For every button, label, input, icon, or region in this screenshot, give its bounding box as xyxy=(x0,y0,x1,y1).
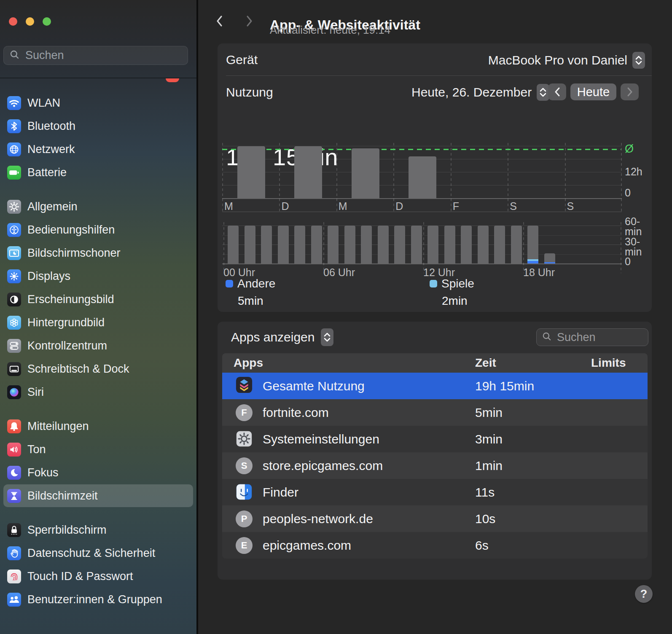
pane-divider xyxy=(196,0,198,634)
hourly-bar-10 xyxy=(394,226,405,263)
apps-filter-stepper-icon[interactable] xyxy=(321,328,333,346)
device-picker[interactable]: MacBook Pro von Daniel xyxy=(488,52,645,69)
legend-item-andere: Andere5min xyxy=(226,277,275,308)
apps-card: Apps anzeigen Apps Zeit Limits Gesamte N… xyxy=(218,322,652,580)
column-divider xyxy=(336,143,337,212)
sidebar-item-label: Sperrbildschirm xyxy=(27,524,107,537)
zero-line xyxy=(222,263,622,264)
hour-divider xyxy=(423,222,424,273)
sidebar-item-displays[interactable]: Displays xyxy=(3,265,193,287)
app-row-finder[interactable]: Finder11s xyxy=(222,479,648,505)
axis-label: 12h xyxy=(625,166,642,177)
gridline xyxy=(222,198,622,199)
app-row-store-epicgames-com[interactable]: Sstore.epicgames.com1min xyxy=(222,452,648,479)
hourly-bar-14 xyxy=(461,226,472,263)
page-subtitle: Aktualisiert: heute, 19:14 xyxy=(270,24,390,37)
sidebar-item-label: Netzwerk xyxy=(27,143,75,156)
screensaver-icon xyxy=(7,246,21,260)
sidebar-item-label: Displays xyxy=(27,270,70,283)
weekly-bar-m2 xyxy=(352,148,379,198)
average-line xyxy=(222,149,621,150)
minimize-button[interactable] xyxy=(26,17,34,26)
sidebar-item-bildschirmschoner[interactable]: Bildschirmschoner xyxy=(3,242,193,264)
gear-icon xyxy=(7,200,21,214)
sidebar-item-label: Schreibtisch & Dock xyxy=(27,363,129,376)
sidebar-item-netzwerk[interactable]: Netzwerk xyxy=(3,138,193,161)
sidebar-item-touch-id-passwort[interactable]: Touch ID & Passwort xyxy=(3,565,193,588)
sidebar-item-bildschirmzeit[interactable]: Bildschirmzeit xyxy=(3,484,193,507)
column-divider xyxy=(222,143,223,212)
sidebar-item-label: Batterie xyxy=(27,166,67,179)
day-label: S xyxy=(567,200,574,212)
zoom-button[interactable] xyxy=(43,17,51,26)
sidebar-item-bedienungshilfen[interactable]: Bedienungshilfen xyxy=(3,218,193,241)
hourglass-icon xyxy=(7,489,21,503)
sidebar-item-erscheinungsbild[interactable]: Erscheinungsbild xyxy=(3,288,193,311)
sidebar-item-mitteilungen[interactable]: Mitteilungen xyxy=(3,415,193,438)
sidebar-item-ton[interactable]: Ton xyxy=(3,438,193,461)
back-button[interactable] xyxy=(211,13,228,30)
weekly-bar-d1 xyxy=(294,146,322,198)
app-name: epicgames.com xyxy=(263,532,351,559)
column-divider xyxy=(508,143,508,212)
axis-label: 0 xyxy=(625,256,631,267)
gridline xyxy=(222,146,622,146)
app-name: peoples-network.de xyxy=(263,505,373,532)
screen-time-stack-icon xyxy=(236,376,253,393)
app-row-gesamte-nutzung[interactable]: Gesamte Nutzung19h 15min xyxy=(222,373,648,399)
hourly-bar-12 xyxy=(427,226,438,263)
date-picker-value: Heute, 26. Dezember xyxy=(411,85,532,99)
bluetooth-icon xyxy=(7,119,21,133)
sidebar-item-fokus[interactable]: Fokus xyxy=(3,461,193,484)
apps-table: Apps Zeit Limits Gesamte Nutzung19h 15mi… xyxy=(222,353,648,559)
sidebar-item-benutzer-innen-gruppen[interactable]: Benutzer:innen & Gruppen xyxy=(3,588,193,611)
hourly-bar-18 xyxy=(527,226,538,263)
segment-andere xyxy=(527,261,538,263)
sidebar-search-input[interactable] xyxy=(24,48,182,62)
date-picker-stepper-icon[interactable] xyxy=(537,84,549,101)
app-time: 10s xyxy=(475,505,495,532)
sidebar-item-sperrbildschirm[interactable]: Sperrbildschirm xyxy=(3,518,193,541)
sidebar-item-wlan[interactable]: WLAN xyxy=(3,91,193,114)
sidebar-item-allgemein[interactable]: Allgemein xyxy=(3,195,193,218)
apps-search-field[interactable] xyxy=(536,328,648,346)
apps-search-input[interactable] xyxy=(556,330,643,344)
close-button[interactable] xyxy=(9,17,17,26)
app-row-epicgames-com[interactable]: Eepicgames.com6s xyxy=(222,532,648,559)
app-time: 3min xyxy=(475,426,503,452)
forward-button[interactable] xyxy=(240,13,258,30)
legend-value: 2min xyxy=(442,294,474,308)
apps-filter-picker[interactable]: Apps anzeigen xyxy=(231,328,333,346)
hourly-bar-16 xyxy=(494,226,505,263)
day-label: D xyxy=(395,200,403,212)
hand-icon xyxy=(7,546,21,560)
sidebar-item-batterie[interactable]: Batterie xyxy=(3,161,193,184)
day-label: F xyxy=(453,200,459,212)
app-row-fortnite-com[interactable]: Ffortnite.com5min xyxy=(222,399,648,426)
previous-day-button[interactable] xyxy=(548,83,566,100)
website-letter-avatar: P xyxy=(236,510,253,527)
sidebar-item-label: Hintergrundbild xyxy=(27,316,105,329)
sidebar-item-hintergrundbild[interactable]: Hintergrundbild xyxy=(3,311,193,334)
sidebar-item-siri[interactable]: Siri xyxy=(3,381,193,403)
fingerprint-icon xyxy=(7,570,21,583)
sidebar-item-bluetooth[interactable]: Bluetooth xyxy=(3,115,193,137)
hourly-bar-2 xyxy=(261,226,272,263)
sidebar-search-field[interactable] xyxy=(3,46,188,65)
siri-icon xyxy=(7,385,21,399)
sidebar-item-datenschutz-sicherheit[interactable]: Datenschutz & Sicherheit xyxy=(3,542,193,564)
today-button[interactable]: Heute xyxy=(570,83,616,100)
help-button[interactable]: ? xyxy=(635,585,653,603)
next-day-button[interactable] xyxy=(621,83,639,100)
column-divider xyxy=(393,143,394,212)
sidebar-item-kontrollzentrum[interactable]: Kontrollzentrum xyxy=(3,334,193,357)
device-picker-stepper-icon[interactable] xyxy=(632,52,645,69)
date-picker[interactable]: Heute, 26. Dezember xyxy=(411,84,549,101)
hourly-bar-8 xyxy=(361,226,372,263)
hourly-bar-13 xyxy=(444,226,455,263)
app-row-systemeinstellungen[interactable]: Systemeinstellungen3min xyxy=(222,426,648,452)
app-row-peoples-network-de[interactable]: Ppeoples-network.de10s xyxy=(222,505,648,532)
legend-label: Spiele xyxy=(441,277,474,290)
sidebar-item-schreibtisch-dock[interactable]: Schreibtisch & Dock xyxy=(3,357,193,380)
sidebar-item-label: Datenschutz & Sicherheit xyxy=(27,547,155,560)
